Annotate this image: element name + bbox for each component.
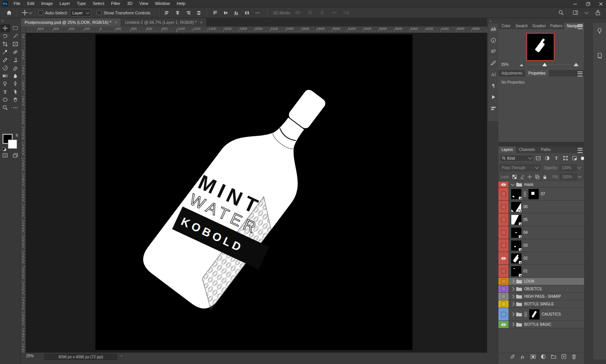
filter-toggle[interactable] xyxy=(581,157,584,160)
align-bottom[interactable] xyxy=(232,9,241,17)
layer-thumbnail[interactable] xyxy=(511,202,521,212)
layer-row-content[interactable]: 02 xyxy=(509,252,584,264)
collapse-dock-icon[interactable]: « xyxy=(489,19,492,23)
tool-gradient[interactable] xyxy=(0,72,10,80)
panel-menu-icon[interactable] xyxy=(578,148,583,153)
tool-eyedropper[interactable] xyxy=(0,48,10,56)
tool-healing[interactable] xyxy=(11,48,20,56)
layer-mask-thumbnail[interactable] xyxy=(529,189,539,199)
actions-play-icon[interactable] xyxy=(489,93,498,101)
layer-row-look[interactable]: LOOK xyxy=(498,278,584,285)
filter-kind-select[interactable]: Kind xyxy=(500,155,533,162)
layer-row-objetcs[interactable]: OBJETCS xyxy=(498,285,584,293)
navigator-zoom-value[interactable]: 25% xyxy=(501,62,509,67)
lock-all-icon[interactable] xyxy=(542,174,547,179)
paragraph-icon[interactable]: ¶ xyxy=(489,82,498,90)
layer-thumbnail[interactable] xyxy=(511,241,521,250)
tool-eraser[interactable] xyxy=(11,64,20,72)
layer-thumbnail[interactable] xyxy=(511,228,521,238)
layer-row-06[interactable]: 06 xyxy=(498,201,584,213)
lock-position-icon[interactable] xyxy=(527,174,532,179)
workspace-icon[interactable] xyxy=(571,9,580,17)
layer-mask-icon[interactable] xyxy=(529,353,536,360)
panel-tab-layers[interactable]: Layers xyxy=(498,146,516,153)
layer-thumbnail[interactable] xyxy=(511,215,521,225)
delete-layer-icon[interactable] xyxy=(570,353,577,360)
chevron-down-icon[interactable] xyxy=(577,165,581,169)
visibility-toggle[interactable] xyxy=(498,213,509,226)
layer-row-07[interactable]: 07 xyxy=(498,188,584,201)
visibility-toggle[interactable] xyxy=(498,188,509,200)
brushes-icon[interactable] xyxy=(489,59,498,67)
layer-row-03[interactable]: 03 xyxy=(498,239,584,252)
discover-icon[interactable] xyxy=(595,26,604,35)
smart-objects-icon[interactable] xyxy=(571,155,579,162)
info-icon[interactable] xyxy=(489,36,498,44)
zoom-out-icon[interactable] xyxy=(520,64,523,66)
menu-view[interactable]: View xyxy=(136,0,152,7)
tool-more-tools[interactable] xyxy=(11,104,20,112)
close-tab-icon[interactable]: × xyxy=(200,20,202,25)
align-center-h[interactable] xyxy=(173,9,182,17)
document-tab[interactable]: Untitled-2 @ 66,7% (Layer 1, RGB/8) *× xyxy=(121,18,207,26)
share-icon[interactable] xyxy=(593,9,602,17)
brush-settings-icon[interactable] xyxy=(489,48,498,56)
tool-move[interactable] xyxy=(0,24,10,32)
menu-image[interactable]: Image xyxy=(38,0,56,7)
tool-ellipse[interactable] xyxy=(0,96,10,104)
panel-tab-swatch[interactable]: Swatch xyxy=(512,23,529,29)
auto-select-checkbox[interactable] xyxy=(38,10,43,15)
ruler-horizontal[interactable]: 8006004002000200400600800100012001400160… xyxy=(21,26,487,33)
menu-edit[interactable]: Edit xyxy=(24,0,38,7)
fill-input[interactable]: 100% xyxy=(560,174,577,180)
menu-help[interactable]: Help xyxy=(173,0,189,7)
layer-row-01[interactable]: 01 xyxy=(498,265,584,278)
tool-quick-mask[interactable] xyxy=(0,151,10,159)
camera-3d-icon[interactable] xyxy=(342,9,351,17)
status-zoom-level[interactable]: 25% xyxy=(26,354,34,358)
pixel-layers-icon[interactable] xyxy=(534,155,542,162)
tool-path-select[interactable] xyxy=(11,88,20,96)
more-options[interactable] xyxy=(253,9,262,17)
layer-row-mask[interactable]: mask xyxy=(498,182,584,188)
tool-hand[interactable] xyxy=(11,96,20,104)
layer-row-content[interactable]: 06 xyxy=(509,201,584,213)
menu-file[interactable]: File xyxy=(10,0,24,7)
document-tab[interactable]: Postprocessing.psd @ 25% (LOOK, RGB/16) … xyxy=(21,18,121,26)
align-top[interactable] xyxy=(211,9,220,17)
swap-colors-icon[interactable]: ⇅ xyxy=(16,133,19,137)
panel-tab-color[interactable]: Color xyxy=(498,23,512,29)
align-right[interactable] xyxy=(184,9,193,17)
layer-row-bottle-basic[interactable]: BOTTLE BASIC xyxy=(498,321,584,328)
panel-tab-paths[interactable]: Paths xyxy=(538,146,554,153)
tool-blur[interactable] xyxy=(11,72,20,80)
chevron-right-icon[interactable] xyxy=(511,302,515,306)
tool-pencil[interactable] xyxy=(0,56,10,64)
layer-row-04[interactable]: 04 xyxy=(498,226,584,239)
visibility-toggle[interactable] xyxy=(498,321,509,328)
align-middle[interactable] xyxy=(221,9,230,17)
auto-select-target-select[interactable]: Layer xyxy=(70,9,92,17)
tool-marquee[interactable] xyxy=(11,24,20,32)
home-icon[interactable] xyxy=(5,9,14,17)
restore-icon[interactable] xyxy=(586,2,590,6)
layer-effects-icon[interactable]: fx xyxy=(519,353,526,360)
status-options-arrow[interactable]: › xyxy=(121,354,122,358)
zoom-in-icon[interactable] xyxy=(573,63,579,66)
navigator-preview[interactable] xyxy=(526,33,554,61)
layer-row-content[interactable]: BOTTLE BASIC xyxy=(509,321,584,328)
character-icon[interactable]: A xyxy=(489,70,498,78)
menu-window[interactable]: Window xyxy=(152,0,173,7)
orbit-3d-icon[interactable] xyxy=(293,9,302,17)
collapse-toolbar-icon[interactable]: « xyxy=(2,19,4,23)
tool-screen-mode[interactable] xyxy=(11,151,20,159)
panel-tab-properties[interactable]: Properties xyxy=(525,70,549,76)
layer-row-content[interactable]: 04 xyxy=(509,226,584,239)
chevron-right-icon[interactable] xyxy=(511,323,515,327)
histogram-icon[interactable] xyxy=(489,25,498,33)
visibility-toggle[interactable] xyxy=(498,182,509,187)
panel-menu-icon[interactable] xyxy=(578,24,583,29)
visibility-toggle[interactable] xyxy=(498,285,509,292)
chevron-right-icon[interactable] xyxy=(511,287,515,291)
visibility-toggle[interactable] xyxy=(498,252,509,264)
